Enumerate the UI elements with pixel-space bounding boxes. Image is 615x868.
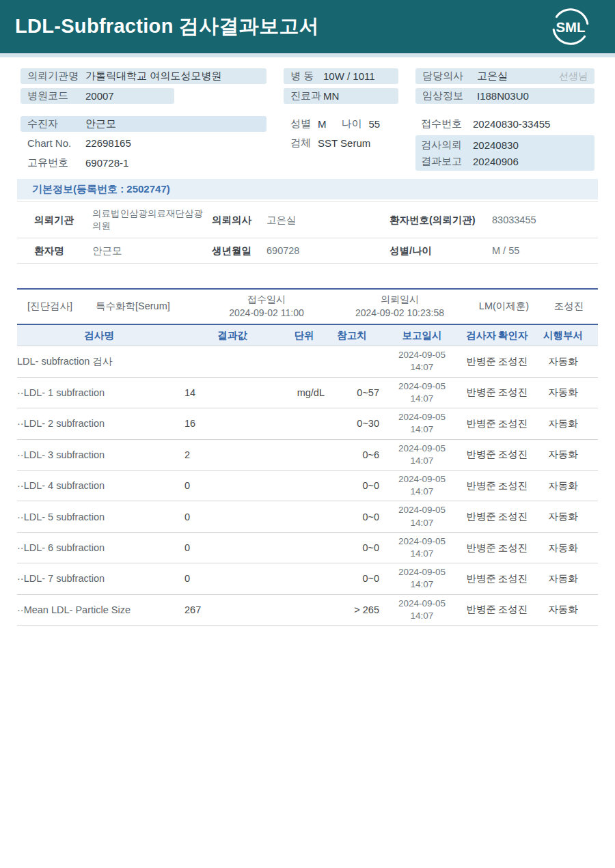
result-value: 0	[181, 480, 284, 491]
report-time: 14:07	[379, 423, 465, 436]
received-datetime-label: 접수일시	[247, 294, 286, 305]
sml-logo-icon: SML	[549, 5, 592, 48]
field-label: 고유번호	[27, 156, 85, 169]
hospital-code-wrap: 병원코드 20007	[20, 88, 266, 104]
result-value: 267	[181, 604, 284, 615]
verifier-name: 조성진	[497, 572, 528, 585]
field-value: 가톨릭대학교 여의도성모병원	[85, 70, 221, 83]
report-datetime: 2024-09-05 14:07	[379, 504, 465, 529]
field-department: 진료과 MN	[284, 88, 398, 104]
col-result: 결과값	[181, 329, 284, 342]
report-time: 14:07	[379, 393, 465, 405]
table-row: LDL- subfraction 검사 2024-09-05 14:07 반병준…	[17, 346, 598, 377]
field-result-report-date: 결과보고 20240906	[421, 153, 589, 169]
report-time: 14:07	[379, 517, 465, 529]
field-value: 20007	[85, 90, 114, 102]
birthdate-value: 690728	[266, 245, 390, 256]
patient-info-section: 의뢰기관명 가톨릭대학교 여의도성모병원 병 동 10W / 1011 담당의사…	[0, 57, 615, 171]
table-row: ··LDL- 6 subfraction 0 0~0 2024-09-05 14…	[17, 533, 598, 563]
col-department: 시행부서	[528, 329, 598, 342]
field-label: Chart No.	[27, 137, 85, 149]
performing-department: 자동화	[528, 542, 598, 555]
col-test-name: 검사명	[17, 329, 181, 342]
test-name: ··LDL- 4 subfraction	[17, 480, 181, 491]
table-row: 환자명 안근모 생년월일 690728 성별/나이 M / 55	[17, 238, 598, 264]
field-value: 안근모	[85, 117, 116, 130]
table-row: ··LDL- 3 subfraction 2 0~6 2024-09-05 14…	[17, 440, 598, 471]
unit-value: mg/dL	[284, 387, 325, 398]
performing-department: 자동화	[528, 386, 598, 399]
field-ward: 병 동 10W / 1011	[284, 68, 398, 84]
patient-number-value: 83033455	[492, 214, 598, 225]
field-label: 병원코드	[27, 89, 85, 102]
patient-name-label: 환자명	[34, 244, 92, 257]
basic-info-title: 기본정보(등록번호 : 2502747)	[17, 179, 598, 199]
test-name: ··LDL- 6 subfraction	[17, 542, 181, 553]
field-value: 690728-1	[85, 157, 128, 169]
empty-cell	[284, 155, 398, 171]
report-time: 14:07	[379, 486, 465, 498]
reference-range: 0~57	[325, 387, 379, 398]
reference-range: 0~0	[325, 512, 379, 522]
table-row: 의뢰기관 의료법인삼광의료재단삼광의원 의뢰의사 고은실 환자번호(의뢰기관) …	[17, 202, 598, 238]
field-value: I188N03U0	[477, 90, 529, 102]
field-value: 10W / 1011	[323, 70, 375, 82]
field-unique-number: 고유번호 690728-1	[20, 155, 266, 171]
field-label: 병 동	[290, 70, 323, 83]
field-label: 결과보고	[421, 155, 467, 168]
reference-range: > 265	[325, 604, 379, 615]
table-row: ··LDL- 4 subfraction 0 0~0 2024-09-05 14…	[17, 471, 598, 501]
tester-name: 반병준	[465, 417, 497, 430]
field-clinical-info: 임상정보 I188N03U0	[415, 88, 594, 104]
test-name: ··Mean LDL- Particle Size	[17, 604, 181, 615]
report-time: 14:07	[379, 578, 465, 591]
field-label: 의뢰기관명	[27, 70, 85, 83]
report-datetime: 2024-09-05 14:07	[379, 535, 465, 560]
report-date: 2024-09-05	[379, 443, 465, 455]
field-chart-number: Chart No. 22698165	[20, 135, 266, 151]
field-sex-age: 성별 M 나이 55	[284, 116, 398, 132]
referring-doctor-value: 고은실	[266, 214, 390, 227]
verifier-name: 조성진	[497, 448, 528, 461]
reference-range: 0~0	[325, 542, 379, 553]
field-value: 고은실	[477, 70, 508, 83]
referring-doctor-label: 의뢰의사	[212, 214, 266, 227]
col-reference: 참고치	[325, 329, 379, 342]
test-name: ··LDL- 7 subfraction	[17, 573, 181, 584]
verifier-name: 조성진	[497, 542, 528, 555]
report-time: 14:07	[379, 455, 465, 467]
performing-department: 자동화	[528, 603, 598, 616]
field-requesting-org: 의뢰기관명 가톨릭대학교 여의도성모병원	[20, 68, 266, 84]
col-tester: 검사자	[465, 329, 497, 342]
report-datetime: 2024-09-05 14:07	[379, 473, 465, 498]
birthdate-label: 생년월일	[212, 244, 266, 257]
field-value: 22698165	[85, 137, 131, 149]
result-value: 0	[181, 512, 284, 522]
report-date: 2024-09-05	[379, 349, 465, 361]
field-label: 검사의뢰	[421, 139, 467, 152]
test-name: ··LDL- 3 subfraction	[17, 449, 181, 460]
patient-info-bottom-grid: 수진자 안근모 성별 M 나이 55 접수번호 20240830-33455 C…	[20, 116, 594, 171]
report-time: 14:07	[379, 361, 465, 374]
lab-director: 조성진	[540, 300, 598, 313]
test-name: ··LDL- 2 subfraction	[17, 418, 181, 429]
report-date: 2024-09-05	[379, 598, 465, 610]
referring-org-value: 의료법인삼광의료재단삼광의원	[92, 208, 203, 232]
report-header: LDL-Subfraction 검사결과보고서 SML	[0, 0, 615, 53]
field-label: 접수번호	[421, 117, 467, 130]
field-specimen: 검체 SST Serum	[284, 135, 398, 151]
test-category: 특수화학[Serum]	[96, 300, 202, 313]
report-date: 2024-09-05	[379, 473, 465, 486]
verifier-name: 조성진	[497, 417, 528, 430]
verifier-name: 조성진	[497, 386, 528, 399]
reference-range: 0~6	[325, 449, 379, 460]
doctor-honorific: 선생님	[559, 70, 588, 83]
test-name: ··LDL- 5 subfraction	[17, 512, 181, 522]
result-value: 0	[181, 542, 284, 553]
result-value: 2	[181, 449, 284, 460]
tester-name: 반병준	[465, 510, 497, 523]
report-time: 14:07	[379, 548, 465, 560]
basic-info-section: 기본정보(등록번호 : 2502747) 의뢰기관 의료법인삼광의료재단삼광의원…	[17, 179, 598, 264]
age-label: 나이	[342, 117, 362, 130]
patient-info-top-grid: 의뢰기관명 가톨릭대학교 여의도성모병원 병 동 10W / 1011 담당의사…	[20, 68, 594, 104]
